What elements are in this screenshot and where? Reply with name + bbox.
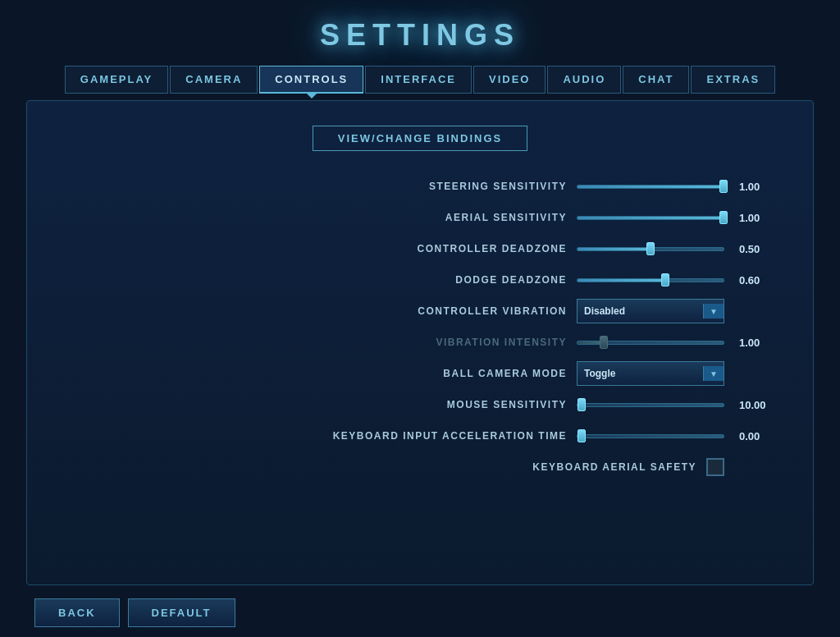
settings-grid: STEERING SENSITIVITY 1.00 AERIAL SENSITI…	[60, 174, 780, 479]
ball-camera-mode-label: BALL CAMERA MODE	[304, 368, 567, 379]
controller-deadzone-value: 0.50	[739, 243, 780, 255]
aerial-sensitivity-label: AERIAL SENSITIVITY	[304, 212, 567, 223]
page-title: SETTINGS	[320, 0, 520, 66]
steering-sensitivity-value: 1.00	[739, 181, 780, 193]
back-button[interactable]: BACK	[34, 598, 120, 627]
table-row: KEYBOARD AERIAL SAFETY	[60, 455, 780, 479]
table-row: VIBRATION INTENSITY 1.00	[60, 330, 780, 355]
steering-sensitivity-label: STEERING SENSITIVITY	[304, 181, 567, 192]
keyboard-input-acceleration-label: KEYBOARD INPUT ACCELERATION TIME	[304, 430, 567, 442]
default-button[interactable]: DEFAULT	[128, 598, 235, 627]
controller-deadzone-label: CONTROLLER DEADZONE	[304, 243, 567, 254]
main-panel: VIEW/CHANGE BINDINGS STEERING SENSITIVIT…	[26, 100, 814, 585]
dodge-deadzone-value: 0.60	[739, 274, 780, 286]
table-row: MOUSE SENSITIVITY 10.00	[60, 392, 780, 417]
ball-camera-mode-dropdown[interactable]: Toggle ▼	[577, 361, 724, 386]
tabs-row: GAMEPLAY CAMERA CONTROLS INTERFACE VIDEO…	[65, 66, 775, 94]
dodge-deadzone-label: DODGE DEADZONE	[304, 274, 567, 286]
table-row: CONTROLLER VIBRATION Disabled ▼	[60, 299, 780, 323]
mouse-sensitivity-value: 10.00	[739, 399, 780, 411]
tab-video[interactable]: VIDEO	[473, 66, 546, 94]
table-row: CONTROLLER DEADZONE 0.50	[60, 236, 780, 261]
table-row: STEERING SENSITIVITY 1.00	[60, 174, 780, 199]
steering-sensitivity-slider[interactable]	[577, 179, 724, 194]
controller-vibration-dropdown[interactable]: Disabled ▼	[577, 299, 724, 323]
vibration-intensity-slider	[577, 335, 724, 350]
keyboard-aerial-safety-checkbox[interactable]	[706, 458, 724, 476]
table-row: KEYBOARD INPUT ACCELERATION TIME 0.00	[60, 424, 780, 448]
aerial-sensitivity-slider[interactable]	[577, 210, 724, 225]
tab-gameplay[interactable]: GAMEPLAY	[65, 66, 168, 94]
table-row: BALL CAMERA MODE Toggle ▼	[60, 361, 780, 386]
mouse-sensitivity-label: MOUSE SENSITIVITY	[304, 399, 567, 410]
dodge-deadzone-slider[interactable]	[577, 273, 724, 287]
tab-camera[interactable]: CAMERA	[170, 66, 258, 94]
tab-chat[interactable]: CHAT	[623, 66, 689, 94]
ball-camera-mode-dropdown-value: Toggle	[584, 368, 615, 379]
bottom-buttons: BACK DEFAULT	[26, 585, 814, 637]
table-row: DODGE DEADZONE 0.60	[60, 268, 780, 292]
vibration-intensity-value: 1.00	[739, 337, 780, 349]
mouse-sensitivity-slider[interactable]	[577, 397, 724, 412]
controller-vibration-label: CONTROLLER VIBRATION	[304, 305, 567, 317]
controller-vibration-dropdown-value: Disabled	[584, 305, 625, 317]
keyboard-input-acceleration-slider[interactable]	[577, 428, 724, 443]
keyboard-aerial-safety-label: KEYBOARD AERIAL SAFETY	[434, 461, 696, 473]
table-row: AERIAL SENSITIVITY 1.00	[60, 205, 780, 230]
tab-interface[interactable]: INTERFACE	[365, 66, 472, 94]
tab-audio[interactable]: AUDIO	[547, 66, 621, 94]
tab-controls[interactable]: CONTROLS	[259, 66, 363, 94]
vibration-intensity-label: VIBRATION INTENSITY	[304, 337, 567, 348]
tab-extras[interactable]: EXTRAS	[691, 66, 775, 94]
controller-deadzone-slider[interactable]	[577, 241, 724, 256]
controller-vibration-dropdown-arrow[interactable]: ▼	[703, 304, 724, 318]
ball-camera-mode-dropdown-arrow[interactable]: ▼	[703, 366, 724, 381]
aerial-sensitivity-value: 1.00	[739, 212, 780, 224]
keyboard-input-acceleration-value: 0.00	[739, 430, 780, 442]
view-change-bindings-button[interactable]: VIEW/CHANGE BINDINGS	[313, 126, 527, 151]
